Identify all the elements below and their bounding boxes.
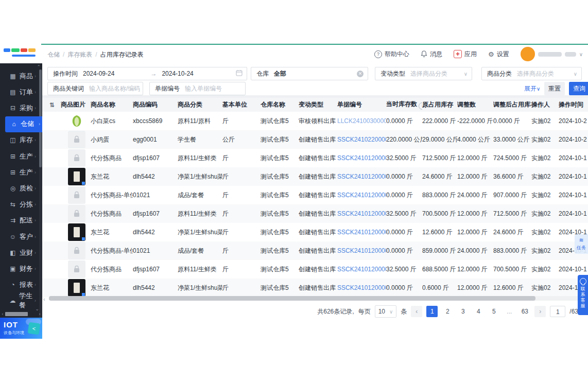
- occupied-after: 700.5000 斤: [493, 260, 531, 279]
- warehouse-icon: ⌂: [10, 120, 18, 128]
- sidebar-item-reports[interactable]: ◔报表›: [0, 277, 38, 293]
- sidebar-item-inventory[interactable]: ◫库存›: [0, 132, 38, 148]
- table-hscrollbar-thumb[interactable]: [49, 296, 535, 301]
- chevron-down-icon: ∨: [579, 51, 583, 57]
- doc-no-link[interactable]: SSCK24102200001: [337, 136, 386, 143]
- doc-no-link[interactable]: SSCK24101200003: [337, 204, 386, 223]
- page-button-4[interactable]: 4: [473, 306, 484, 317]
- row-filter-cell: [42, 149, 61, 167]
- expand-filters-link[interactable]: 展开∨: [524, 84, 540, 93]
- iot-title: IOT: [4, 320, 18, 329]
- change-type-select[interactable]: 变动类型 选择商品分类 ∨: [375, 67, 472, 80]
- doc-no-link[interactable]: SSCK24101200003: [337, 167, 386, 186]
- product-image: [61, 241, 91, 260]
- sidebar-item-warehouse[interactable]: ⌂仓储›: [5, 116, 42, 132]
- contact-service-float-button[interactable]: 联系客服: [578, 275, 588, 315]
- column-settings-icon[interactable]: ⇅: [42, 101, 55, 109]
- doc-no-link[interactable]: SSCK24101200002: [337, 266, 386, 273]
- doc-no-link[interactable]: LLCK24100300001: [337, 117, 386, 125]
- doc-no-link[interactable]: SSCK24101200003: [337, 210, 386, 217]
- apps-button[interactable]: ✚ 应用: [454, 50, 477, 59]
- doc-no-link[interactable]: SSCK24101200002: [337, 241, 386, 260]
- page-button-2[interactable]: 2: [442, 306, 453, 317]
- table-row: 东兰花dlh5442净菜1/生鲜shu菜类...斤测试仓库5创建销售出库SSCK…: [42, 279, 588, 297]
- doc-no-link[interactable]: LLCK24100300001: [337, 112, 386, 130]
- doc-no-link[interactable]: SSCK24101200004: [337, 149, 386, 167]
- doc-no-link[interactable]: SSCK24101200004: [337, 154, 386, 162]
- sidebar-item-goods[interactable]: ▦商品›: [0, 68, 38, 84]
- sidebar-item-production[interactable]: ⊞生产›: [0, 148, 38, 164]
- sidebar: ⌃ ▦商品›▤订单›⊟采购›⌂仓储›◫库存›⊞生产›⊞生产›◎质检›⇆分拣›⇉配…: [0, 63, 42, 339]
- sidebar-hscroll-left-icon[interactable]: ‹: [0, 311, 5, 317]
- sidebar-item-production2[interactable]: ⊞生产›: [0, 164, 38, 180]
- per-page-select[interactable]: 10 ∨: [375, 305, 397, 318]
- product-category: 成品/套餐: [178, 186, 222, 204]
- date-range-picker[interactable]: 操作时间 2024-09-24 → 2024-10-24: [47, 67, 247, 80]
- sidebar-item-finance[interactable]: ▣财务›: [0, 261, 38, 276]
- page-button-3[interactable]: 3: [457, 306, 469, 317]
- date-from-value[interactable]: 2024-09-24: [83, 70, 114, 77]
- doc-no-link[interactable]: SSCK24101200003: [337, 173, 386, 180]
- messages-button[interactable]: 消息: [421, 50, 442, 59]
- sidebar-item-sorting[interactable]: ⇆分拣›: [0, 197, 38, 213]
- product-name: 代分拣商品: [91, 149, 133, 167]
- sidebar-item-label: 商品: [20, 72, 33, 81]
- orig-occupied: 29.0000 公斤: [422, 130, 457, 149]
- doc-no-link[interactable]: SSCK24101200002: [337, 260, 386, 279]
- info-icon[interactable]: i: [419, 102, 422, 110]
- row-filter-cell: [42, 279, 61, 297]
- breadcrumb-item[interactable]: 仓储: [47, 51, 60, 58]
- page-jump-input[interactable]: 1: [550, 306, 565, 317]
- date-to-value[interactable]: 2024-10-24: [162, 70, 193, 77]
- category-select[interactable]: 商品分类 选择商品分类 ∨: [481, 67, 582, 80]
- row-filter-cell: [42, 204, 61, 223]
- qty-at-time: 220.0000 公斤: [386, 130, 422, 149]
- sidebar-item-purchase[interactable]: ⊟采购›: [0, 100, 38, 116]
- product-code: egg0001: [133, 130, 178, 149]
- sidebar-hscroll-thumb[interactable]: [5, 312, 28, 316]
- chevron-down-icon: ∨: [464, 71, 468, 77]
- doc-no-link[interactable]: SSCK24101200001: [337, 284, 386, 291]
- sidebar-item-customers[interactable]: ☺客户›: [0, 229, 38, 245]
- reset-button[interactable]: 重置: [544, 82, 565, 95]
- op-time: 2024-10-2: [559, 130, 588, 149]
- iot-banner[interactable]: IOT 设备与环境 <: [0, 318, 42, 339]
- sidebar-item-business-finance[interactable]: ◧业财›: [0, 245, 38, 261]
- docno-input[interactable]: 单据编号 输入单据编号: [149, 82, 246, 95]
- doc-no-link[interactable]: SSCK24101200002: [337, 223, 386, 241]
- warehouse-select[interactable]: 仓库 全部 ✕: [251, 67, 368, 80]
- sidebar-item-student-meal[interactable]: ☁学生餐›: [0, 293, 38, 309]
- breadcrumb-item[interactable]: 库存账表: [67, 51, 92, 58]
- sidebar-hscroll-right-icon[interactable]: ›: [37, 311, 42, 317]
- doc-no-link[interactable]: SSCK24101200002: [337, 247, 386, 254]
- product-code: 01021: [133, 241, 178, 260]
- column-header: 商品名称: [91, 98, 133, 112]
- task-float-button[interactable]: ≋ 任务: [575, 234, 588, 254]
- table-hscroll-left-icon[interactable]: ‹: [43, 296, 45, 302]
- user-menu[interactable]: ∨: [521, 47, 583, 61]
- query-button[interactable]: 查询: [569, 82, 588, 95]
- sidebar-item-quality-check[interactable]: ◎质检›: [0, 180, 38, 196]
- chevron-right-icon: ›: [34, 170, 36, 175]
- clear-icon[interactable]: ✕: [357, 71, 364, 77]
- qty-at-time: 0.0000 斤: [386, 279, 422, 297]
- table-row: 东兰花dlh5442净菜1/生鲜shu菜类...斤测试仓库5创建销售出库SSCK…: [42, 167, 588, 186]
- sidebar-item-orders[interactable]: ▤订单›: [0, 84, 38, 100]
- doc-no-link[interactable]: SSCK24101200003: [337, 186, 386, 204]
- doc-no-link[interactable]: SSCK24101200002: [337, 229, 386, 236]
- chevron-right-icon: ›: [34, 202, 36, 207]
- sidebar-item-delivery[interactable]: ⇉配送›: [0, 213, 38, 229]
- page-button-1[interactable]: 1: [426, 306, 438, 317]
- doc-no-link[interactable]: SSCK24101200001: [337, 279, 386, 297]
- keyword-placeholder: 输入商品名称/编码: [89, 84, 140, 93]
- doc-no-link[interactable]: SSCK24101200003: [337, 192, 386, 199]
- page-button-5[interactable]: 5: [488, 306, 499, 317]
- prev-page-button[interactable]: ‹: [411, 306, 422, 317]
- help-center-button[interactable]: ? 帮助中心: [374, 50, 409, 59]
- table-hscrollbar-track[interactable]: [49, 296, 584, 301]
- page-button-63[interactable]: 63: [519, 306, 530, 317]
- keyword-input[interactable]: 商品关键词 输入商品名称/编码: [47, 82, 143, 95]
- next-page-button[interactable]: ›: [534, 306, 546, 317]
- settings-button[interactable]: ⚙ 设置: [488, 50, 509, 59]
- doc-no-link[interactable]: SSCK24102200001: [337, 130, 386, 149]
